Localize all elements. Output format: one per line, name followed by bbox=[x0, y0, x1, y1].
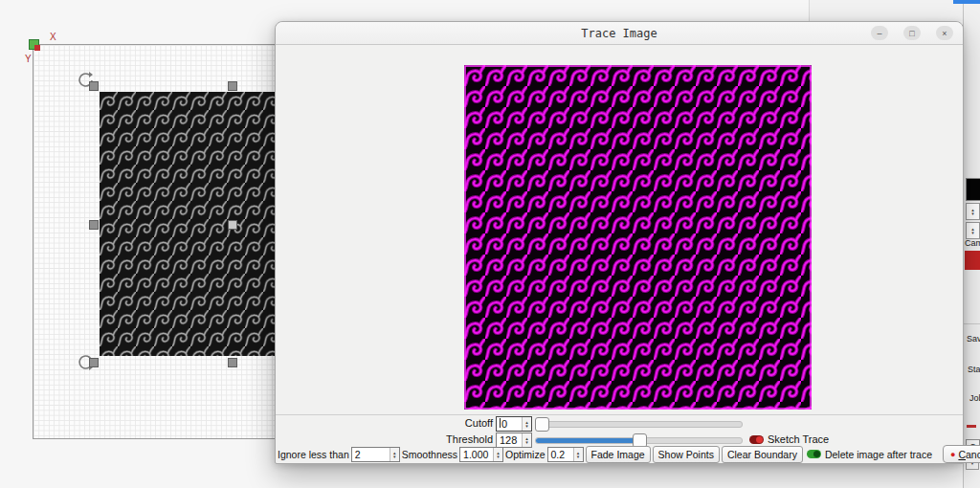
cutoff-row: Cutoff 0 ▴▾ bbox=[276, 416, 963, 431]
smoothness-input[interactable]: 1.000 ▴▾ bbox=[459, 447, 503, 462]
smoothness-label: Smoothness bbox=[402, 449, 457, 460]
clear-boundary-button[interactable]: Clear Boundary bbox=[722, 446, 803, 463]
threshold-row: Threshold 128 ▴▾ Sketch Trace bbox=[276, 433, 963, 447]
maximize-button[interactable]: □ bbox=[903, 26, 921, 40]
selection-handle-bottom-right[interactable] bbox=[228, 358, 237, 367]
start-button[interactable]: Star bbox=[968, 365, 980, 374]
canvas-image-pattern bbox=[100, 92, 286, 356]
save-button[interactable]: Save bbox=[967, 334, 980, 344]
trace-image-dialog: Trace Image – □ × bbox=[275, 21, 964, 464]
ignore-less-than-label: Ignore less than bbox=[278, 449, 349, 460]
optimize-input[interactable]: 0.2 ▴▾ bbox=[547, 447, 584, 462]
camera-tab-label[interactable]: Came bbox=[965, 238, 980, 248]
trace-preview-pattern bbox=[464, 65, 812, 410]
panel-divider bbox=[809, 0, 810, 22]
x-axis-label: X bbox=[50, 32, 56, 42]
color-swatch-black[interactable] bbox=[966, 178, 980, 201]
spinner-down-icon[interactable]: ▾ bbox=[393, 455, 396, 458]
app-right-panel: ▴ ▾ ▴ ▾ Came Save Star Job C ▼ bbox=[963, 0, 980, 488]
cancel-icon: ● bbox=[950, 450, 955, 459]
controls-separator bbox=[276, 414, 963, 415]
bottom-controls-row: Ignore less than 2 ▴▾ Smoothness 1.000 ▴… bbox=[278, 446, 963, 462]
optimize-label: Optimize bbox=[505, 449, 545, 460]
sketch-trace-label: Sketch Trace bbox=[768, 433, 829, 445]
panel-divider bbox=[964, 323, 980, 324]
spinner-down-icon[interactable]: ▾ bbox=[525, 440, 528, 444]
canvas-image[interactable] bbox=[100, 92, 286, 356]
y-axis-label: Y bbox=[25, 54, 32, 64]
panel-spinner[interactable]: ▴ ▾ bbox=[966, 203, 980, 220]
selection-handle-mid-left[interactable] bbox=[89, 220, 99, 230]
show-points-button[interactable]: Show Points bbox=[653, 446, 720, 463]
job-label: Job bbox=[969, 393, 980, 403]
close-button[interactable]: × bbox=[936, 26, 953, 40]
selection-handle-top-left[interactable] bbox=[89, 81, 99, 91]
cancel-button[interactable]: ● Cancel bbox=[943, 445, 980, 463]
cutoff-label: Cutoff bbox=[276, 417, 493, 429]
window-accent-strip bbox=[953, 0, 980, 4]
selection-handle-bottom-left[interactable] bbox=[89, 358, 99, 367]
spinner-down-icon[interactable]: ▾ bbox=[577, 455, 580, 458]
toggle-knob-icon bbox=[756, 436, 763, 443]
background-panel-strip bbox=[810, 0, 963, 21]
toggle-knob-icon bbox=[813, 451, 820, 457]
cutoff-slider-handle[interactable] bbox=[535, 417, 549, 432]
origin-red-marker-icon bbox=[34, 45, 40, 51]
spinner-down-icon[interactable]: ▾ bbox=[525, 424, 528, 428]
text-caret bbox=[500, 418, 501, 428]
stop-button[interactable] bbox=[965, 251, 980, 270]
cutoff-input[interactable]: 0 ▴▾ bbox=[496, 416, 532, 432]
trace-preview-image bbox=[464, 65, 812, 410]
fade-image-button[interactable]: Fade Image bbox=[586, 446, 651, 463]
delete-image-after-trace-label: Delete image after trace bbox=[825, 449, 932, 460]
dialog-title: Trace Image bbox=[276, 27, 963, 40]
threshold-slider-fill bbox=[536, 438, 639, 443]
threshold-slider[interactable] bbox=[535, 437, 743, 444]
dialog-titlebar[interactable]: Trace Image – □ × bbox=[276, 22, 963, 45]
spinner-down-icon[interactable]: ▾ bbox=[971, 231, 974, 234]
selection-handle-mid-right[interactable] bbox=[228, 220, 237, 230]
ignore-less-than-input[interactable]: 2 ▴▾ bbox=[351, 447, 400, 462]
selection-handle-top-right[interactable] bbox=[228, 81, 237, 91]
panel-spinner[interactable]: ▴ ▾ bbox=[966, 222, 980, 239]
spinner-down-icon[interactable]: ▾ bbox=[971, 211, 974, 215]
spinner-down-icon[interactable]: ▾ bbox=[497, 455, 500, 458]
screen: X Y ▴ ▾ bbox=[0, 0, 980, 488]
sketch-trace-toggle[interactable] bbox=[749, 435, 764, 444]
cutoff-slider[interactable] bbox=[535, 421, 743, 428]
minimize-button[interactable]: – bbox=[871, 26, 888, 40]
status-red-icon bbox=[967, 425, 976, 428]
threshold-label: Threshold bbox=[276, 433, 493, 445]
delete-image-after-trace-toggle[interactable] bbox=[807, 450, 821, 458]
